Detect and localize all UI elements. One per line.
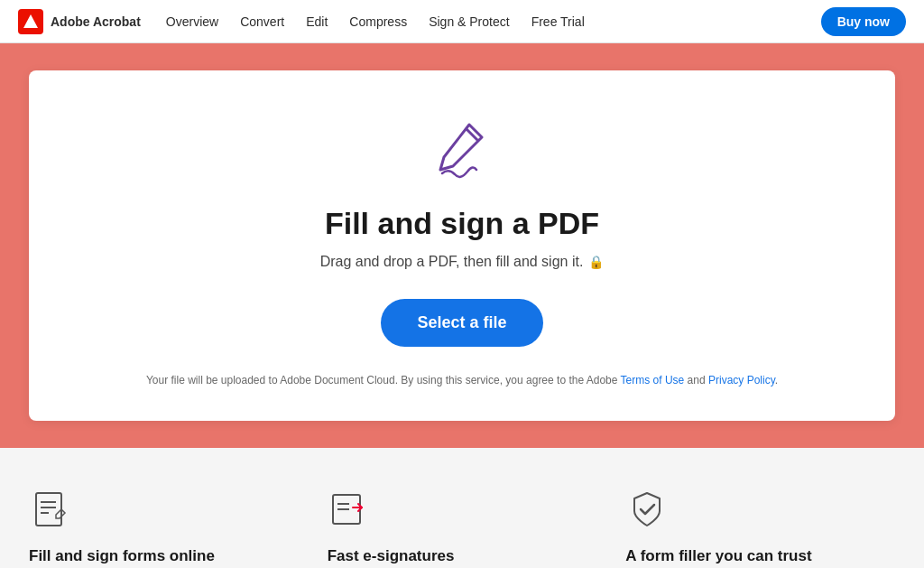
fast-esig-icon xyxy=(328,488,597,535)
brand-name: Adobe Acrobat xyxy=(51,14,141,29)
hero-card: Fill and sign a PDF Drag and drop a PDF,… xyxy=(29,70,895,421)
feature-fill-sign: Fill and sign forms online Adobe Acrobat… xyxy=(29,488,299,568)
svg-rect-0 xyxy=(36,493,61,526)
feature-fill-sign-title: Fill and sign forms online xyxy=(29,547,299,565)
signature-icon xyxy=(426,116,498,188)
nav-links: Overview Convert Edit Compress Sign & Pr… xyxy=(166,11,821,33)
nav-edit[interactable]: Edit xyxy=(306,11,328,33)
navbar: Adobe Acrobat Overview Convert Edit Comp… xyxy=(0,0,924,43)
privacy-policy-link[interactable]: Privacy Policy xyxy=(708,374,775,386)
nav-convert[interactable]: Convert xyxy=(240,11,284,33)
feature-fast-esig: Fast e-signatures The Acrobat Fill & Sig… xyxy=(328,488,597,568)
feature-trust-title: A form filler you can trust xyxy=(625,547,895,565)
brand-logo[interactable]: Adobe Acrobat xyxy=(18,9,141,34)
feature-fast-esig-title: Fast e-signatures xyxy=(328,547,597,565)
buy-now-button[interactable]: Buy now xyxy=(821,7,906,36)
trust-icon xyxy=(625,488,895,535)
hero-legal-text: Your file will be uploaded to Adobe Docu… xyxy=(65,372,859,388)
nav-overview[interactable]: Overview xyxy=(166,11,218,33)
hero-subtitle-text: Drag and drop a PDF, then fill and sign … xyxy=(320,254,584,270)
features-section: Fill and sign forms online Adobe Acrobat… xyxy=(0,448,924,568)
fill-sign-icon xyxy=(29,488,299,535)
adobe-logo-icon xyxy=(18,9,43,34)
nav-compress[interactable]: Compress xyxy=(349,11,407,33)
nav-free-trial[interactable]: Free Trial xyxy=(531,11,585,33)
hero-background: Fill and sign a PDF Drag and drop a PDF,… xyxy=(0,43,924,448)
select-file-button[interactable]: Select a file xyxy=(381,299,542,347)
lock-icon: 🔒 xyxy=(588,255,604,269)
terms-of-use-link[interactable]: Terms of Use xyxy=(621,374,685,386)
nav-sign-protect[interactable]: Sign & Protect xyxy=(429,11,510,33)
feature-trust: A form filler you can trust The Acrobat … xyxy=(625,488,895,568)
hero-subtitle: Drag and drop a PDF, then fill and sign … xyxy=(65,254,859,270)
hero-title: Fill and sign a PDF xyxy=(65,206,859,241)
